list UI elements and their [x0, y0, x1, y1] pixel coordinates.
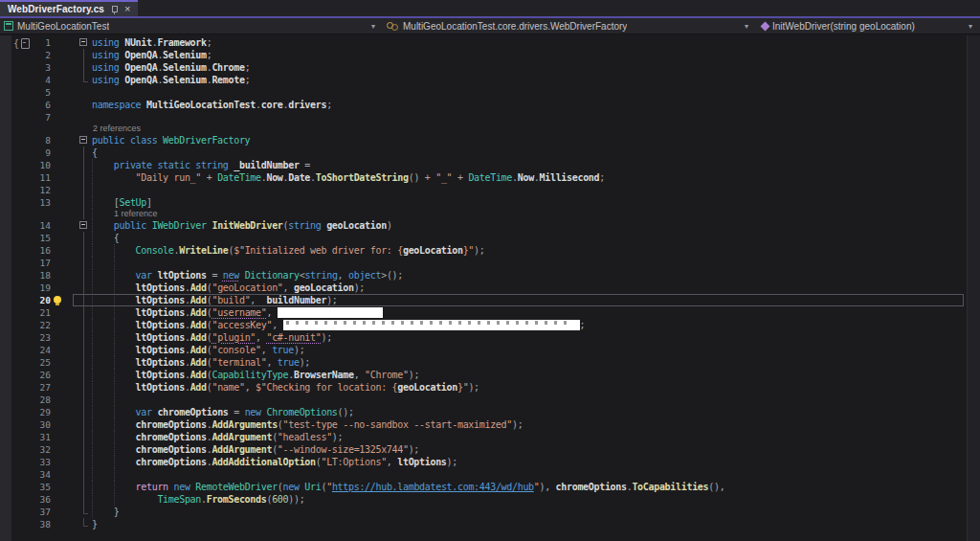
token	[92, 407, 136, 417]
token: https://hub.lambdatest.com:443/wd/hub	[332, 482, 534, 492]
token: =	[207, 270, 223, 281]
outline-margin	[51, 282, 92, 294]
token: );	[321, 332, 331, 343]
token: ),	[540, 482, 556, 492]
code-line-31[interactable]: 31 chromeOptions.AddArgument("headless")…	[11, 431, 967, 443]
code-line-2[interactable]: 2using OpenQA.Selenium;	[11, 49, 967, 61]
token	[92, 172, 136, 183]
member-dropdown[interactable]: InitWebDriver(string geoLocation) ▾	[756, 18, 980, 34]
code-text: ltOptions.Add("plugin", "c#-nunit");	[92, 331, 332, 344]
token: OpenQA	[124, 50, 157, 60]
token: MultiGeoLocationTest	[146, 100, 256, 110]
token: "test-type --no-sandbox --start-maximize…	[283, 419, 512, 430]
code-line-34[interactable]: 34	[11, 468, 967, 481]
outline-margin	[51, 171, 92, 184]
code-line-21[interactable]: 21 ltOptions.Add("username",	[11, 306, 967, 319]
code-line-35[interactable]: 35 return new RemoteWebDriver(new Uri("h…	[11, 481, 967, 493]
line-number: 11	[11, 171, 51, 184]
line-number: 22	[11, 319, 51, 331]
code-line-29[interactable]: 29 var chromeOptions = new ChromeOptions…	[11, 406, 967, 418]
code-line-1[interactable]: 1using NUnit.Framework;	[11, 36, 967, 49]
code-line-26[interactable]: 26 ltOptions.Add(CapabilityType.BrowserN…	[11, 369, 967, 381]
code-line-3[interactable]: 3using OpenQA.Selenium.Chrome;	[11, 61, 967, 74]
code-line-8[interactable]: 8public class WebDriverFactory	[11, 134, 967, 147]
token: public	[92, 135, 130, 146]
token: "build"	[212, 295, 250, 305]
code-line-15[interactable]: 15 {	[11, 232, 967, 244]
code-line-14[interactable]: 14 public IWebDriver InitWebDriver(strin…	[11, 219, 967, 232]
code-line-6[interactable]: 6namespace MultiGeoLocationTest.core.dri…	[11, 99, 967, 111]
fold-collapse-icon[interactable]	[51, 134, 92, 147]
token: namespace	[92, 100, 146, 110]
tab-webdriverfactory[interactable]: WebDriverFactory.cs ×	[0, 0, 138, 16]
token: ,	[283, 282, 294, 293]
code-line-13[interactable]: 13 [SetUp]	[11, 196, 967, 209]
code-line-27[interactable]: 27 ltOptions.Add("name", $"Checking for …	[11, 381, 967, 394]
token: );	[294, 345, 304, 355]
code-line-12[interactable]: 12	[11, 184, 967, 196]
code-text: ltOptions.Add("console", true);	[92, 344, 304, 356]
code-line-5[interactable]: 5	[11, 86, 967, 99]
code-line-19[interactable]: 19 ltOptions.Add("geoLocation", geoLocat…	[11, 282, 967, 294]
token: ChromeOptions	[266, 407, 337, 417]
token: chromeOptions	[157, 407, 228, 417]
token: Now	[518, 172, 534, 183]
code-line-17[interactable]: 17	[11, 257, 967, 269]
code-line-36[interactable]: 36 TimeSpan.FromSeconds(600));	[11, 493, 967, 506]
codelens-row[interactable]: 1 reference	[11, 209, 967, 219]
project-dropdown[interactable]: MultiGeoLocationTest ▾	[0, 18, 383, 34]
code-line-7[interactable]: 7	[11, 111, 967, 124]
token: static	[157, 160, 195, 170]
vertical-scrollbar[interactable]	[967, 35, 980, 541]
code-line-37[interactable]: 37 }	[11, 506, 967, 518]
code-line-18[interactable]: 18 var ltOptions = new Dictionary<string…	[11, 269, 967, 282]
code-line-4[interactable]: 4using OpenQA.Selenium.Remote;	[11, 74, 967, 86]
token	[92, 345, 136, 355]
token: return	[136, 482, 174, 492]
code-line-25[interactable]: 25 ltOptions.Add("terminal", true);	[11, 356, 967, 369]
codelens-row[interactable]: 2 references	[11, 124, 967, 134]
code-line-28[interactable]: 28	[11, 394, 967, 406]
pin-icon[interactable]	[110, 5, 119, 14]
token: );	[409, 370, 419, 380]
code-line-20[interactable]: 20 ltOptions.Add("build", _buildNumber);	[11, 294, 967, 306]
line-number: 9	[11, 147, 51, 159]
chevron-down-icon[interactable]: ▾	[371, 22, 375, 31]
fold-collapse-icon[interactable]	[51, 219, 92, 232]
outline-margin	[51, 86, 92, 99]
token	[92, 494, 157, 505]
code-line-32[interactable]: 32 chromeOptions.AddArgument("--window-s…	[11, 443, 967, 456]
code-line-16[interactable]: 16 Console.WriteLine($"Initialized web d…	[11, 244, 967, 257]
token: AddArguments	[212, 419, 277, 430]
token	[92, 457, 136, 467]
code-line-38[interactable]: 38}	[11, 518, 967, 530]
token	[92, 332, 136, 343]
type-dropdown[interactable]: MultiGeoLocationTest.core.drivers.WebDri…	[383, 18, 756, 34]
outline-margin	[51, 111, 92, 124]
code-line-23[interactable]: 23 ltOptions.Add("plugin", "c#-nunit");	[11, 331, 967, 344]
token: Selenium	[163, 50, 207, 60]
codelens-references[interactable]: 1 reference	[92, 209, 158, 219]
token: _buildNumber	[234, 160, 299, 170]
outline-margin	[51, 99, 92, 111]
code-editor[interactable]: { 1using NUnit.Framework;2using OpenQA.S…	[0, 35, 980, 541]
code-line-10[interactable]: 10 private static string _buildNumber =	[11, 159, 967, 171]
token: new	[174, 482, 196, 492]
token: WriteLine	[179, 245, 228, 256]
code-line-9[interactable]: 9{	[11, 147, 967, 159]
fold-collapse-icon[interactable]	[51, 36, 92, 49]
code-line-33[interactable]: 33 chromeOptions.AddAdditionalOption("LT…	[11, 456, 967, 468]
line-number: 6	[11, 99, 51, 111]
token: ,	[387, 457, 397, 467]
code-line-11[interactable]: 11 "Daily run_" + DateTime.Now.Date.ToSh…	[11, 171, 967, 184]
chevron-down-icon[interactable]: ▾	[745, 22, 748, 31]
codelens-references[interactable]: 2 references	[92, 124, 141, 134]
close-icon[interactable]: ×	[124, 4, 130, 14]
chevron-down-icon[interactable]: ▾	[969, 22, 972, 31]
code-line-30[interactable]: 30 chromeOptions.AddArguments("test-type…	[11, 418, 967, 431]
outline-margin	[51, 406, 92, 418]
code-line-22[interactable]: 22 ltOptions.Add("accessKey", ;	[11, 319, 967, 331]
token: chromeOptions	[136, 457, 207, 467]
outline-margin	[51, 184, 92, 196]
code-line-24[interactable]: 24 ltOptions.Add("console", true);	[11, 344, 967, 356]
